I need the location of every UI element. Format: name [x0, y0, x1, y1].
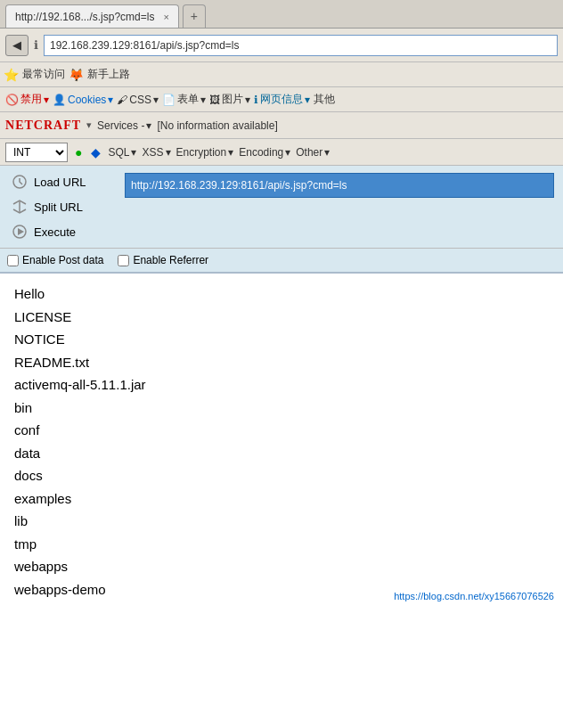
load-url-label: Load URL [34, 176, 86, 189]
list-item: docs [14, 464, 549, 487]
forbidden-icon: 🚫 [5, 94, 19, 106]
info-icon: ℹ [34, 38, 38, 52]
netcraft-row: NETCRAFT ▾ Services -▾ [No information a… [0, 112, 563, 139]
person-icon: 👤 [53, 94, 66, 106]
list-item: webapps [14, 555, 549, 578]
content-area: HelloLICENSENOTICEREADME.txtactivemq-all… [0, 274, 563, 612]
xss-button[interactable]: XSS▾ [142, 146, 170, 159]
images-label: 图片 [222, 92, 243, 107]
forbidden-button[interactable]: 🚫 禁用▾ [5, 92, 49, 107]
encryption-label: Encryption [176, 146, 227, 159]
bookmark-frequent-label: 最常访问 [22, 67, 65, 82]
enable-post-label: Enable Post data [22, 254, 103, 266]
url-input-area [121, 169, 558, 244]
execute-icon [11, 223, 29, 241]
enable-referrer-checkbox[interactable] [118, 255, 129, 266]
other-int-label: Other [296, 146, 322, 159]
blue-dot-icon: ◆ [91, 145, 101, 160]
url-input[interactable] [125, 173, 554, 198]
list-item: conf [14, 419, 549, 442]
url-section: Load URL Split URL Execute [0, 166, 563, 249]
cookies-button[interactable]: 👤 Cookies▾ [53, 94, 113, 106]
cookies-label: Cookies [68, 94, 106, 106]
execute-label: Execute [34, 225, 76, 239]
execute-button[interactable]: Execute [5, 219, 121, 244]
toolbar-row: 🚫 禁用▾ 👤 Cookies▾ 🖌 CSS▾ 📄 表单▾ 🖼 图片▾ ℹ 网页… [0, 87, 563, 112]
images-button[interactable]: 🖼 图片▾ [209, 92, 250, 107]
enable-post-checkbox[interactable] [7, 255, 19, 266]
list-item: README.txt [14, 351, 549, 374]
tab-title: http://192.168.../s.jsp?cmd=ls [15, 11, 154, 23]
firefox-icon: 🦊 [69, 68, 84, 82]
bookmark-new-user-label: 新手上路 [87, 67, 130, 82]
encoding-button[interactable]: Encoding▾ [239, 146, 290, 159]
checkbox-row: Enable Post data Enable Referrer [0, 249, 563, 274]
list-item: Hello [14, 282, 549, 306]
forbidden-label: 禁用 [20, 92, 42, 107]
list-item: examples [14, 487, 549, 511]
split-url-label: Split URL [34, 200, 83, 214]
other-label: 其他 [314, 92, 335, 107]
back-icon: ◀ [12, 38, 21, 52]
enable-post-item: Enable Post data [7, 254, 103, 266]
css-label: CSS [129, 94, 151, 106]
info-button[interactable]: ℹ 网页信息▾ [254, 92, 310, 107]
star-icon: ⭐ [4, 68, 19, 82]
bookmarks-bar: ⭐ 最常访问 🦊 新手上路 [0, 62, 563, 87]
active-tab[interactable]: http://192.168.../s.jsp?cmd=ls × [5, 4, 179, 28]
tab-bar: http://192.168.../s.jsp?cmd=ls × + [0, 0, 563, 29]
sql-button[interactable]: SQL▾ [108, 146, 136, 159]
enable-referrer-item: Enable Referrer [118, 254, 208, 266]
sql-label: SQL [108, 146, 129, 159]
forms-icon: 📄 [162, 94, 175, 106]
services-button[interactable]: Services -▾ [97, 119, 151, 132]
images-icon: 🖼 [209, 94, 220, 106]
netcraft-n: N [5, 119, 15, 132]
load-url-icon [11, 173, 29, 191]
load-url-button[interactable]: Load URL [5, 169, 121, 194]
list-item: lib [14, 510, 549, 533]
url-actions: Load URL Split URL Execute [5, 169, 121, 244]
forms-button[interactable]: 📄 表单▾ [162, 92, 206, 107]
list-item: bin [14, 397, 549, 420]
other-int-button[interactable]: Other▾ [296, 146, 330, 159]
int-row: INT ● ◆ SQL▾ XSS▾ Encryption▾ Encoding▾ … [0, 139, 563, 166]
back-button[interactable]: ◀ [5, 35, 29, 56]
netcraft-logo: NETCRAFT [5, 119, 81, 133]
encoding-label: Encoding [239, 146, 283, 159]
forms-label: 表单 [177, 92, 199, 107]
list-item: LICENSE [14, 306, 549, 329]
list-item: activemq-all-5.11.1.jar [14, 373, 549, 397]
svg-marker-3 [18, 228, 24, 235]
new-tab-button[interactable]: + [183, 4, 206, 28]
enable-referrer-label: Enable Referrer [133, 254, 208, 266]
address-bar: ◀ ℹ [0, 29, 563, 62]
netcraft-text: ETCRAFT [15, 119, 81, 132]
list-item: tmp [14, 533, 549, 556]
watermark: https://blog.csdn.net/xy15667076526 [394, 588, 554, 605]
bookmark-frequent[interactable]: 最常访问 [22, 67, 65, 82]
encryption-button[interactable]: Encryption▾ [176, 146, 234, 159]
list-item: NOTICE [14, 328, 549, 351]
services-label: Services - [97, 119, 144, 132]
xss-label: XSS [142, 146, 163, 159]
tab-close-button[interactable]: × [163, 12, 168, 22]
split-url-icon [11, 198, 29, 216]
css-button[interactable]: 🖌 CSS▾ [117, 94, 159, 106]
split-url-button[interactable]: Split URL [5, 194, 121, 219]
brush-icon: 🖌 [117, 94, 127, 106]
info-circle-icon: ℹ [254, 94, 258, 106]
address-input[interactable] [44, 35, 558, 56]
list-item: data [14, 442, 549, 465]
bookmark-new-user[interactable]: 新手上路 [87, 67, 130, 82]
info-label: 网页信息 [260, 92, 303, 107]
netcraft-dropdown-icon: ▾ [86, 119, 92, 131]
no-info-text: [No information available] [157, 119, 277, 132]
green-dot-icon: ● [75, 145, 82, 160]
int-select[interactable]: INT [5, 143, 68, 162]
other-button[interactable]: 其他 [314, 92, 335, 107]
